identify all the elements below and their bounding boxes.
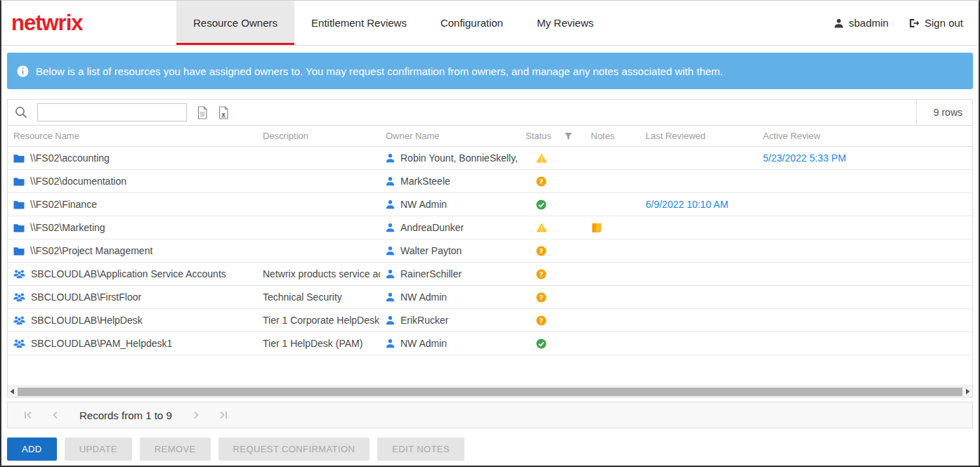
export-excel-icon[interactable]: x — [218, 106, 229, 119]
first-page-button[interactable] — [16, 402, 40, 428]
last-page-button[interactable] — [211, 402, 235, 428]
resource-name-cell: SBCLOUDLAB\Application Service Accounts — [8, 268, 257, 279]
app-header: netwrix Resource OwnersEntitlement Revie… — [1, 1, 979, 46]
next-page-button[interactable] — [185, 402, 209, 428]
owner-name-cell: NW Admin — [380, 199, 520, 210]
table-row[interactable]: \\FS02\Project ManagementWalter Payton? — [8, 239, 972, 263]
owner-name-cell: NW Admin — [380, 338, 520, 349]
tab-entitlement-reviews[interactable]: Entitlement Reviews — [294, 1, 424, 45]
group-icon — [13, 315, 25, 325]
scroll-left-icon[interactable] — [8, 386, 17, 397]
action-buttons: ADDUPDATEREMOVEREQUEST CONFIRMATIONEDIT … — [7, 438, 973, 461]
pagination-label: Records from 1 to 9 — [70, 409, 182, 421]
export-document-icon[interactable] — [197, 106, 208, 119]
question-icon: ? — [536, 246, 547, 256]
status-cell: ? — [520, 246, 585, 256]
active-review-link[interactable]: 5/23/2022 5:33 PM — [763, 152, 846, 164]
request-confirmation-button[interactable]: REQUEST CONFIRMATION — [218, 438, 370, 461]
owner-name-cell: Walter Payton — [380, 245, 520, 256]
search-input[interactable] — [37, 103, 187, 121]
filter-icon — [564, 132, 573, 140]
resource-name: \\FS02\Marketing — [30, 222, 105, 233]
status-cell: ? — [520, 292, 585, 303]
column-header-owner-name[interactable]: Owner Name — [380, 131, 520, 141]
check-icon — [536, 338, 547, 349]
table-row[interactable]: \\FS02\accountingRobin Yount, BonnieSkel… — [8, 147, 972, 170]
prev-page-button[interactable] — [43, 402, 67, 428]
status-cell: ? — [520, 269, 585, 279]
svg-text:?: ? — [540, 247, 544, 255]
main-nav: Resource OwnersEntitlement ReviewsConfig… — [176, 1, 834, 45]
svg-text:?: ? — [540, 294, 544, 301]
resource-name: \\FS02\Project Management — [30, 245, 152, 256]
remove-button[interactable]: REMOVE — [140, 438, 211, 461]
table-row[interactable]: \\FS02\documentationMarkSteele? — [8, 170, 972, 193]
column-header-status[interactable]: Status — [520, 131, 585, 141]
person-icon — [386, 292, 395, 302]
add-button[interactable]: ADD — [7, 438, 57, 461]
signout-label: Sign out — [925, 17, 963, 29]
owner-name-cell: AndreaDunker — [380, 222, 520, 233]
resource-name-cell: SBCLOUDLAB\PAM_Helpdesk1 — [8, 338, 257, 349]
table-header: Resource NameDescriptionOwner NameStatus… — [8, 126, 972, 147]
horizontal-scrollbar[interactable] — [8, 386, 972, 397]
last-reviewed-link[interactable]: 6/9/2022 10:10 AM — [646, 199, 729, 210]
resource-name-cell: \\FS02\Finance — [8, 199, 257, 210]
info-icon — [17, 65, 29, 77]
owner-name-cell: ErikRucker — [380, 315, 520, 326]
info-banner-text: Below is a list of resources you have as… — [36, 65, 723, 77]
update-button[interactable]: UPDATE — [65, 438, 132, 461]
person-icon — [386, 269, 395, 279]
tab-resource-owners[interactable]: Resource Owners — [176, 1, 294, 45]
table-row[interactable]: \\FS02\FinanceNW Admin6/9/2022 10:10 AM — [8, 193, 972, 216]
rows-count: 9 rows — [916, 100, 972, 125]
column-header-active-review[interactable]: Active Review — [757, 131, 972, 141]
owner-name: Walter Payton — [400, 245, 462, 256]
folder-icon — [13, 246, 25, 256]
owner-name-cell: RainerSchiller — [380, 268, 520, 279]
question-icon: ? — [536, 176, 547, 187]
description-cell: Netwrix products service ac — [257, 268, 380, 279]
group-icon — [13, 269, 25, 279]
column-label: Resource Name — [13, 131, 79, 141]
edit-notes-button[interactable]: EDIT NOTES — [377, 438, 464, 461]
svg-text:?: ? — [540, 178, 544, 185]
table-row[interactable]: \\FS02\MarketingAndreaDunker — [8, 216, 972, 239]
owner-name: NW Admin — [400, 199, 447, 210]
status-cell — [520, 199, 585, 210]
check-icon — [536, 199, 547, 210]
status-cell: ? — [520, 315, 585, 326]
column-header-notes[interactable]: Notes — [585, 131, 640, 141]
person-icon — [386, 176, 395, 186]
resource-name-cell: SBCLOUDLAB\FirstFloor — [8, 291, 257, 303]
resource-name-cell: \\FS02\Marketing — [8, 222, 257, 233]
status-cell — [520, 153, 585, 163]
signout-button[interactable]: Sign out — [908, 17, 963, 29]
column-header-description[interactable]: Description — [257, 131, 380, 141]
table-row[interactable]: SBCLOUDLAB\PAM_Helpdesk1Tier 1 HelpDesk … — [8, 332, 972, 355]
table-row[interactable]: SBCLOUDLAB\FirstFloorTechnical SecurityN… — [8, 286, 972, 309]
resource-name-cell: SBCLOUDLAB\HelpDesk — [8, 315, 257, 326]
user-menu[interactable]: sbadmin — [834, 17, 889, 29]
warning-icon — [536, 223, 547, 232]
pagination-bar: Records from 1 to 9 — [7, 402, 973, 428]
scroll-right-icon[interactable] — [963, 386, 972, 397]
owner-name-cell: MarkSteele — [380, 176, 520, 187]
resource-name-cell: \\FS02\documentation — [8, 176, 257, 187]
header-right: sbadmin Sign out — [834, 1, 979, 45]
owner-name: MarkSteele — [400, 176, 450, 187]
tab-configuration[interactable]: Configuration — [424, 1, 520, 45]
table-row[interactable]: SBCLOUDLAB\Application Service AccountsN… — [8, 263, 972, 286]
owner-name: ErikRucker — [400, 315, 448, 326]
table-row[interactable]: SBCLOUDLAB\HelpDeskTier 1 Corporate Help… — [8, 309, 972, 332]
person-icon — [386, 246, 395, 256]
tab-my-reviews[interactable]: My Reviews — [520, 1, 610, 45]
group-icon — [13, 338, 25, 348]
column-label: Owner Name — [386, 131, 440, 141]
column-header-resource-name[interactable]: Resource Name — [8, 131, 257, 141]
column-header-last-reviewed[interactable]: Last Reviewed — [640, 131, 757, 141]
scrollbar-thumb[interactable] — [18, 388, 962, 396]
signout-icon — [908, 18, 920, 28]
resource-name: \\FS02\documentation — [30, 176, 126, 187]
resource-name: \\FS02\Finance — [30, 199, 97, 210]
